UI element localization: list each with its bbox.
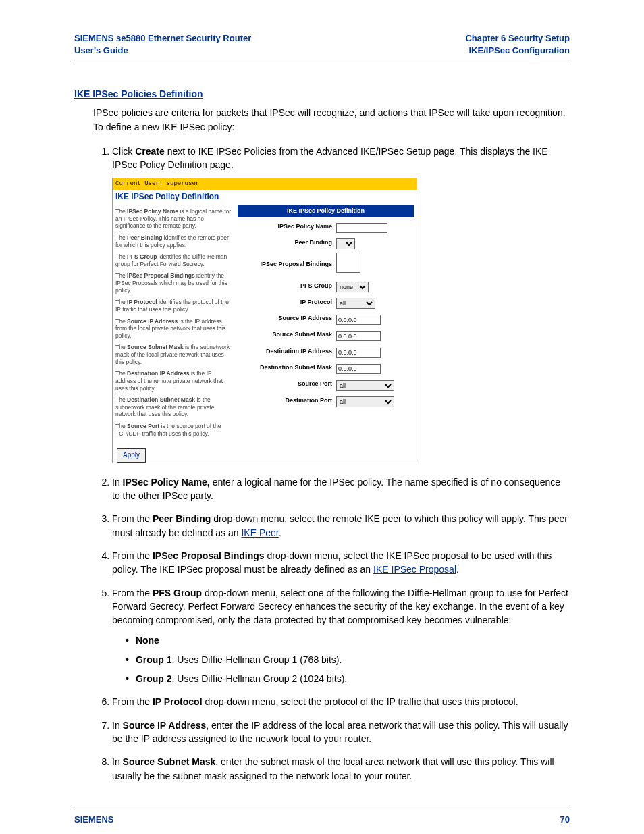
section-title: IKE IPSec Policies Definition	[74, 88, 570, 99]
bullet-group1: Group 1: Uses Diffie-Hellman Group 1 (76…	[126, 653, 570, 667]
header-product: SIEMENS se5880 Ethernet Security Router	[74, 32, 251, 45]
source-port-select[interactable]: all	[336, 380, 394, 391]
header-chapter: Chapter 6 Security Setup	[465, 32, 570, 45]
step-7: In Source IP Address, enter the IP addre…	[112, 719, 570, 746]
page-number: 70	[560, 814, 570, 825]
ipsec-definition-figure: Current User: superuser IKE IPSec Policy…	[112, 178, 417, 463]
footer-brand: SIEMENS	[74, 814, 114, 825]
ip-protocol-select[interactable]: all	[336, 298, 375, 309]
step-4: From the IPSec Proposal Bindings drop-do…	[112, 549, 570, 577]
source-mask-input[interactable]	[336, 331, 381, 341]
apply-button[interactable]: Apply	[117, 448, 146, 463]
figure-title: IKE IPSec Policy Definition	[113, 190, 417, 205]
header-section: IKE/IPSec Configuration	[465, 45, 570, 57]
bullet-group2: Group 2: Uses Diffie-Hellman Group 2 (10…	[126, 672, 570, 685]
intro-paragraph: IPSec policies are criteria for packets …	[93, 106, 570, 134]
source-ip-input[interactable]	[336, 315, 381, 325]
pfs-group-label: PFS Group	[238, 282, 336, 290]
peer-binding-label: Peer Binding	[238, 238, 336, 247]
figure-help-text: The IPSec Policy Name is a logical name …	[113, 205, 238, 444]
step-3: From the Peer Binding drop-down menu, se…	[112, 512, 570, 540]
ike-ipsec-proposal-link[interactable]: IKE IPSec Proposal	[373, 564, 456, 575]
policy-name-input[interactable]	[336, 223, 387, 233]
dest-mask-label: Destination Subnet Mask	[238, 363, 336, 372]
dest-ip-label: Destination IP Address	[238, 347, 336, 356]
step-1: Click Create next to IKE IPSec Policies …	[112, 145, 570, 463]
page-footer: SIEMENS 70	[74, 810, 570, 825]
source-mask-label: Source Subnet Mask	[238, 330, 336, 339]
dest-mask-input[interactable]	[336, 364, 381, 374]
source-port-label: Source Port	[238, 380, 336, 388]
panel-header: IKE IPSec Policy Definition	[238, 205, 414, 217]
peer-binding-select[interactable]	[336, 238, 355, 249]
proposal-bindings-label: IPSec Proposal Bindings	[238, 260, 336, 269]
step-8: In Source Subnet Mask, enter the subnet …	[112, 755, 570, 783]
dest-port-select[interactable]: all	[336, 396, 394, 407]
page-header: SIEMENS se5880 Ethernet Security Router …	[74, 27, 570, 61]
current-user-bar: Current User: superuser	[113, 178, 417, 190]
policy-name-label: IPSec Policy Name	[238, 222, 336, 231]
proposal-bindings-box[interactable]	[336, 253, 360, 273]
step-2: In IPSec Policy Name, enter a logical na…	[112, 475, 570, 503]
ike-peer-link[interactable]: IKE Peer	[241, 527, 278, 538]
dest-port-label: Destination Port	[238, 396, 336, 405]
step-5: From the PFS Group drop-down menu, selec…	[112, 586, 570, 686]
bullet-none: None	[126, 633, 570, 647]
header-guide: User's Guide	[74, 45, 251, 57]
pfs-group-select[interactable]: none	[336, 282, 369, 292]
ip-protocol-label: IP Protocol	[238, 298, 336, 307]
step-6: From the IP Protocol drop-down menu, sel…	[112, 695, 570, 708]
source-ip-label: Source IP Address	[238, 314, 336, 323]
dest-ip-input[interactable]	[336, 348, 381, 358]
